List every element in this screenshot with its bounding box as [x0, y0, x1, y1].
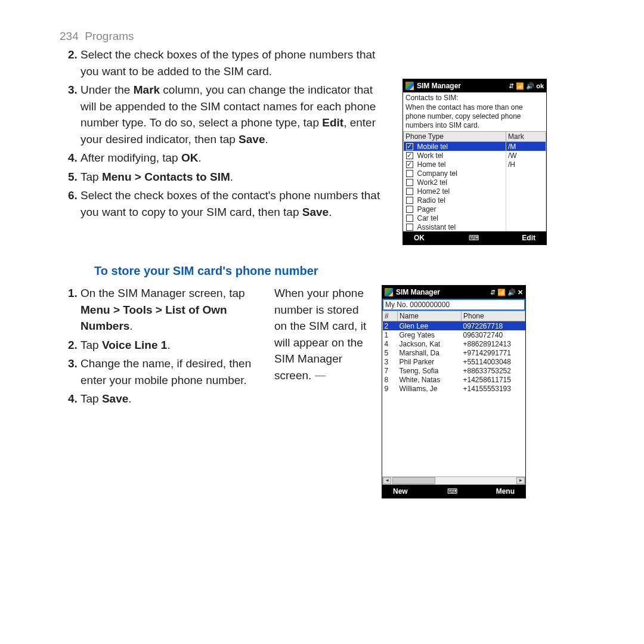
- sync-icon[interactable]: ⇵: [490, 289, 496, 296]
- row-phone: +88633753252: [462, 366, 525, 375]
- phone-type-row[interactable]: Assistant tel: [404, 222, 546, 231]
- app-title: SIM Manager: [417, 82, 461, 90]
- col-name[interactable]: Name: [398, 311, 462, 321]
- keyboard-icon[interactable]: ⌨: [469, 234, 478, 242]
- contacts-table: #NamePhone 2Glen Lee09722677181Greg Yate…: [382, 311, 525, 393]
- checkbox-icon[interactable]: [406, 224, 413, 231]
- row-index: 1: [383, 330, 398, 339]
- phone-type-row[interactable]: Radio tel: [404, 196, 546, 205]
- start-icon[interactable]: [405, 82, 414, 90]
- step-6: Select the check boxes of the contact's …: [80, 187, 391, 220]
- phone-type-row[interactable]: ✓Work tel/W: [404, 151, 546, 160]
- row-name: Glen Lee: [398, 321, 462, 331]
- speaker-icon[interactable]: 🔊: [526, 82, 534, 90]
- b-step-2: Tap Voice Line 1.: [80, 337, 265, 354]
- phone-type-row[interactable]: Work2 tel: [404, 178, 546, 187]
- row-index: 7: [383, 366, 398, 375]
- step-4: After modifying, tap OK.: [80, 150, 391, 166]
- contact-row[interactable]: 3Phil Parker+55114003048: [383, 357, 525, 366]
- contact-row[interactable]: 4Jackson, Kat+88628912413: [383, 339, 525, 348]
- subtitle: Contacts to SIM:: [403, 92, 546, 103]
- checkbox-icon[interactable]: [406, 170, 413, 177]
- row-mark: [506, 187, 546, 196]
- phone-type-row[interactable]: ✓Mobile tel/M: [404, 142, 546, 151]
- contact-row[interactable]: 2Glen Lee0972267718: [383, 321, 525, 331]
- start-icon[interactable]: [385, 288, 393, 296]
- titlebar: SIM Manager ⇵ 📶 🔊 ok: [403, 79, 546, 92]
- softkey-new[interactable]: New: [393, 487, 408, 496]
- page-number: 234: [60, 30, 79, 42]
- col-phone[interactable]: Phone: [462, 311, 525, 321]
- row-index: 5: [383, 348, 398, 357]
- phone-type-row[interactable]: Pager: [404, 205, 546, 213]
- row-name: Work tel: [416, 151, 506, 160]
- row-phone: 0963072740: [462, 330, 525, 339]
- row-mark: [506, 205, 546, 213]
- step-2: Select the check boxes of the types of p…: [80, 47, 391, 79]
- row-name: Tseng, Sofia: [398, 366, 462, 375]
- row-name: Marshall, Da: [398, 348, 462, 357]
- screenshot-sim-contacts: SIM Manager ⇵ 📶 🔊 ok Contacts to SIM: Wh…: [402, 79, 547, 245]
- row-index: 2: [383, 321, 398, 331]
- phone-type-row[interactable]: Home2 tel: [404, 187, 546, 196]
- phone-type-table: Phone TypeMark ✓Mobile tel/M✓Work tel/W✓…: [403, 131, 546, 231]
- softkey-edit[interactable]: Edit: [522, 234, 535, 242]
- section-heading: To store your SIM card's phone number: [94, 264, 608, 278]
- scroll-left-icon[interactable]: ◂: [383, 477, 391, 484]
- row-name: Home tel: [416, 160, 506, 169]
- checkbox-icon[interactable]: [406, 179, 413, 186]
- description: When the contact has more than one phone…: [403, 103, 546, 131]
- row-name: Radio tel: [416, 196, 506, 205]
- checkbox-icon[interactable]: [406, 197, 413, 204]
- signal-icon: 📶: [516, 82, 524, 90]
- row-mark: /H: [506, 160, 546, 169]
- screenshot-sim-list: SIM Manager ⇵ 📶 🔊 ✕ My No. 0000000000 #N…: [382, 285, 526, 499]
- contact-row[interactable]: 7Tseng, Sofia+88633753252: [383, 366, 525, 375]
- row-name: Mobile tel: [416, 142, 506, 151]
- instruction-list-top: Select the check boxes of the types of p…: [60, 47, 391, 245]
- ok-button[interactable]: ok: [536, 82, 544, 89]
- row-phone: +88628912413: [462, 339, 525, 348]
- speaker-icon[interactable]: 🔊: [507, 289, 516, 296]
- sync-icon[interactable]: ⇵: [509, 82, 514, 90]
- row-mark: [506, 169, 546, 178]
- contact-row[interactable]: 8White, Natas+14258611715: [383, 375, 525, 384]
- phone-type-row[interactable]: Company tel: [404, 169, 546, 178]
- checkbox-icon[interactable]: [406, 215, 413, 222]
- checkbox-icon[interactable]: [406, 206, 413, 213]
- row-name: Work2 tel: [416, 178, 506, 187]
- my-number-field[interactable]: My No. 0000000000: [382, 299, 525, 311]
- horizontal-scrollbar[interactable]: ◂▸: [382, 476, 525, 485]
- softkey-menu[interactable]: Menu: [496, 487, 515, 496]
- b-step-4: Tap Save.: [80, 391, 265, 407]
- contact-row[interactable]: 1Greg Yates0963072740: [383, 330, 525, 339]
- instruction-list-bottom: On the SIM Manager screen, tap Menu > To…: [60, 285, 265, 499]
- col-num[interactable]: #: [383, 311, 398, 321]
- contact-row[interactable]: 5Marshall, Da+97142991771: [383, 348, 525, 357]
- scroll-thumb[interactable]: [392, 477, 435, 484]
- col-mark[interactable]: Mark: [506, 132, 546, 142]
- checkbox-icon[interactable]: ✓: [406, 143, 413, 150]
- row-name: Pager: [416, 205, 506, 213]
- checkbox-icon[interactable]: [406, 188, 413, 195]
- signal-icon: 📶: [497, 289, 506, 296]
- checkbox-icon[interactable]: ✓: [406, 161, 413, 168]
- row-phone: +14258611715: [462, 375, 525, 384]
- close-icon[interactable]: ✕: [518, 289, 523, 296]
- softkey-ok[interactable]: OK: [414, 234, 425, 242]
- row-mark: [506, 222, 546, 231]
- row-mark: /W: [506, 151, 546, 160]
- row-mark: [506, 196, 546, 205]
- checkbox-icon[interactable]: ✓: [406, 152, 413, 159]
- col-phonetype[interactable]: Phone Type: [404, 132, 506, 142]
- phone-type-row[interactable]: Car tel: [404, 213, 546, 222]
- callout-leader: [315, 376, 326, 376]
- scroll-right-icon[interactable]: ▸: [516, 477, 525, 484]
- row-phone: +55114003048: [462, 357, 525, 366]
- row-name: Assistant tel: [416, 222, 506, 231]
- row-mark: /M: [506, 142, 546, 151]
- phone-type-row[interactable]: ✓Home tel/H: [404, 160, 546, 169]
- contact-row[interactable]: 9Williams, Je+14155553193: [383, 384, 525, 393]
- row-name: Phil Parker: [398, 357, 462, 366]
- keyboard-icon[interactable]: ⌨: [447, 487, 457, 496]
